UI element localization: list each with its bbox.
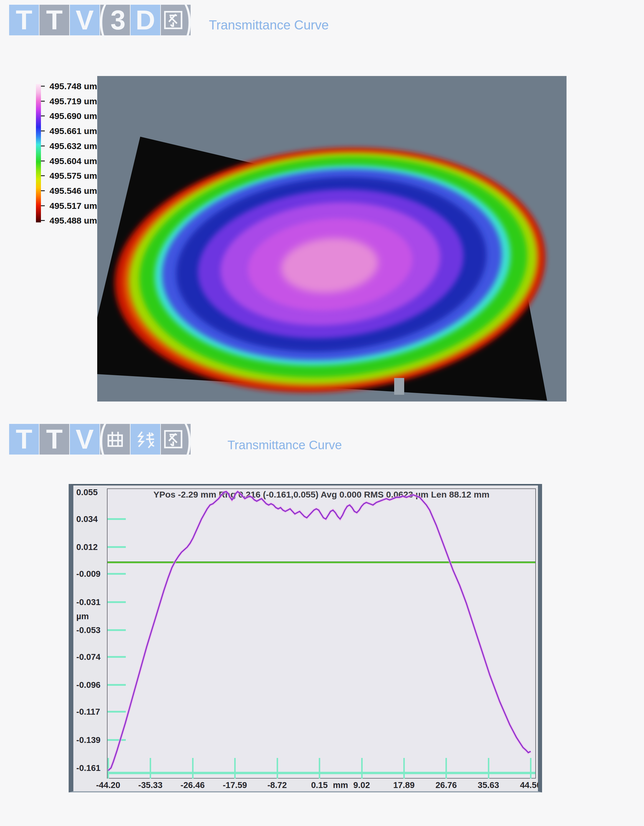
legend-tick	[41, 175, 45, 176]
y-tick-label: -0.053	[76, 625, 107, 635]
char-tu-icon	[163, 429, 183, 450]
y-tick-mark	[107, 573, 126, 575]
legend-tick	[41, 160, 45, 161]
title-letter: T	[46, 425, 62, 453]
open-paren: (	[99, 418, 107, 458]
x-tick-mark	[319, 758, 320, 779]
char-xian-icon	[135, 429, 156, 450]
title-block-t1: T	[9, 5, 39, 35]
section2-subtitle: Transmittance Curve	[227, 438, 342, 452]
y-axis-unit-label: µm	[76, 611, 107, 621]
y-tick-label: -0.009	[76, 569, 107, 579]
close-paren: )	[184, 418, 192, 458]
x-tick-mark	[277, 758, 278, 779]
y-tick-mark	[107, 711, 126, 713]
legend-label: 495.488 um	[50, 216, 97, 226]
legend-tick	[41, 205, 45, 206]
y-tick-label: -0.096	[76, 680, 107, 690]
y-tick-mark	[107, 739, 126, 741]
legend-tick	[41, 86, 45, 87]
title-block-open-qu: (	[100, 424, 130, 455]
plot-area	[107, 488, 536, 779]
x-tick-mark	[150, 758, 151, 779]
y-tick-label: 0.034	[76, 514, 107, 524]
x-tick-label: -44.20	[87, 780, 129, 790]
open-paren: (	[99, 0, 107, 39]
title-block-v: V	[70, 5, 99, 35]
x-tick-label: 44.50	[510, 780, 538, 790]
y-tick-mark	[107, 546, 126, 548]
x-tick-label: -8.72	[257, 780, 298, 790]
legend-label: 495.632 um	[50, 141, 97, 151]
legend-label: 495.604 um	[50, 156, 97, 166]
x-tick-mark	[445, 758, 447, 779]
x-tick-label: 17.89	[383, 780, 425, 790]
section1-title-ttv-3d: TTV(3D)	[9, 5, 191, 35]
x-tick-mark	[361, 758, 363, 779]
y-tick-label: -0.117	[76, 707, 107, 717]
title-letter: T	[46, 6, 62, 34]
y-tick-mark	[107, 684, 126, 686]
chart-stats-header: YPos -2.29 mm Rng 0.216 (-0.161,0.055) A…	[112, 490, 531, 500]
char-qu-icon	[105, 429, 126, 450]
section2-title-ttv-curve: TTV()	[9, 424, 191, 455]
x-tick-mark	[234, 758, 236, 779]
surface-3d-plot	[97, 76, 566, 402]
y-tick-mark	[107, 518, 126, 520]
legend-tick	[41, 190, 45, 191]
x-tick-mark	[488, 758, 489, 779]
title-letter: T	[16, 425, 32, 453]
x-tick-label: -26.46	[172, 780, 213, 790]
title-letter: D	[135, 6, 155, 34]
y-tick-mark	[107, 601, 126, 603]
zero-reference-line	[107, 562, 535, 563]
y-tick-label: -0.031	[76, 597, 107, 607]
title-block-t2: T	[39, 5, 69, 35]
legend-tick	[41, 130, 45, 131]
title-block-tu-close: )	[161, 424, 191, 455]
legend-label: 495.517 um	[50, 201, 97, 211]
legend-label: 495.748 um	[50, 81, 97, 91]
title-letter: 3	[110, 6, 126, 34]
legend-label: 495.661 um	[50, 126, 97, 136]
y-tick-label: -0.074	[76, 652, 107, 662]
title-letter: V	[76, 6, 94, 34]
x-tick-label: -17.59	[214, 780, 255, 790]
title-block-t1: T	[9, 424, 39, 455]
y-tick-mark	[107, 656, 126, 658]
y-tick-mark	[107, 629, 126, 631]
x-axis-line	[107, 772, 535, 774]
title-block-t2: T	[39, 424, 69, 455]
x-tick-mark	[107, 758, 109, 779]
legend-tick	[41, 101, 45, 102]
profile-chart: YPos -2.29 mm Rng 0.216 (-0.161,0.055) A…	[73, 486, 538, 791]
x-tick-label: -35.33	[130, 780, 171, 790]
y-tick-label: 0.055	[76, 487, 107, 497]
title-letter: T	[16, 6, 32, 34]
section1-subtitle: Transmittance Curve	[209, 18, 329, 33]
y-tick-label: -0.139	[76, 735, 107, 745]
close-paren: )	[184, 0, 192, 39]
legend-label: 495.690 um	[50, 111, 97, 121]
title-block-xian	[130, 424, 160, 455]
title-block-v: V	[70, 424, 99, 455]
legend-label: 495.575 um	[50, 171, 97, 181]
x-tick-label: 35.63	[468, 780, 509, 790]
x-tick-mark	[192, 758, 194, 779]
x-tick-mark	[530, 758, 531, 779]
metrology-report-page: TTV(3D) Transmittance Curve 495.748 um49…	[0, 0, 644, 826]
x-tick-label: 26.76	[425, 780, 467, 790]
legend-label: 495.546 um	[50, 186, 97, 196]
title-block-open-3: (3	[100, 5, 130, 35]
title-block-d: D	[130, 5, 160, 35]
x-axis-unit-label: mm	[320, 780, 361, 790]
legend-tick	[41, 146, 45, 146]
legend-label: 495.719 um	[50, 96, 97, 106]
y-tick-label: -0.161	[76, 763, 107, 773]
y-tick-label: 0.012	[76, 542, 107, 552]
x-tick-mark	[403, 758, 405, 779]
legend-tick	[41, 115, 45, 116]
wafer-notch	[394, 378, 404, 395]
profile-chart-window: YPos -2.29 mm Rng 0.216 (-0.161,0.055) A…	[69, 484, 542, 792]
title-letter: V	[76, 425, 94, 453]
